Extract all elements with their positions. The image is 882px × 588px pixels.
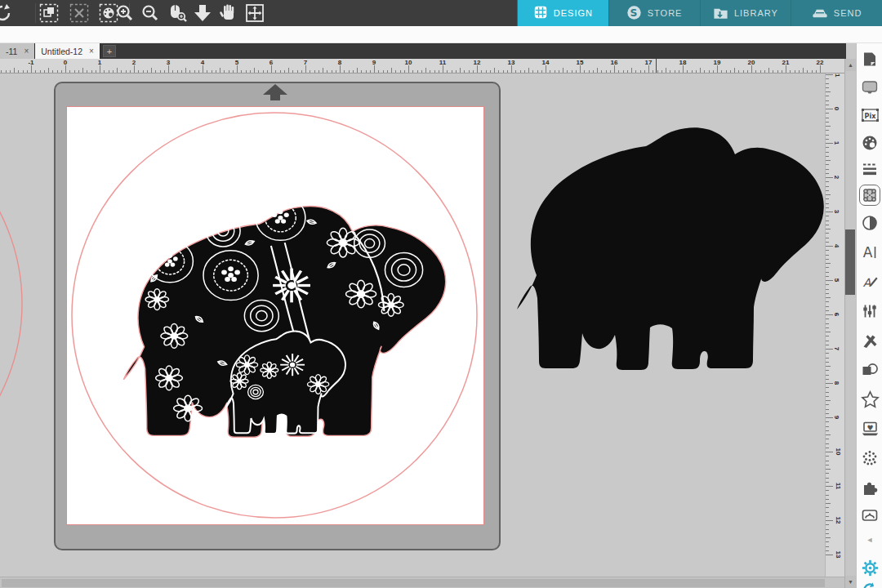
tab-library[interactable]: LIBRARY	[700, 0, 791, 26]
modify-panel-icon[interactable]	[860, 360, 880, 380]
preferences-gear-icon[interactable]	[860, 558, 880, 577]
ruler-tick	[52, 70, 53, 74]
line-style-icon[interactable]	[860, 159, 880, 179]
ruler-tick	[301, 70, 302, 74]
doc-tab-untitled-12[interactable]: Untitled-12 ×	[35, 43, 100, 59]
ruler-tick	[826, 297, 831, 298]
ruler-tick	[57, 70, 58, 74]
mat-tray-icon[interactable]	[860, 78, 880, 97]
ruler-tick	[826, 426, 829, 427]
transform-panel-icon[interactable]	[860, 301, 880, 321]
send-to-device-icon[interactable]: ♥	[860, 419, 880, 439]
ruler-tick	[826, 126, 831, 127]
ruler-tick	[826, 306, 829, 307]
refresh-icon[interactable]	[860, 581, 880, 588]
ruler-number: 7	[833, 347, 840, 350]
deselect-icon[interactable]	[69, 2, 90, 24]
pixscan-icon[interactable]: Pix	[860, 105, 880, 125]
ruler-tick	[826, 452, 833, 452]
fill-pattern-icon[interactable]	[860, 185, 880, 205]
ruler-tick	[498, 70, 499, 74]
ruler-tick	[826, 318, 829, 319]
rhinestone-icon[interactable]	[860, 448, 880, 468]
vertical-scrollbar[interactable]: ▲ ▼	[844, 59, 856, 588]
tab-send[interactable]: SEND	[791, 0, 882, 26]
ruler-tick	[353, 70, 354, 74]
ruler-tick	[181, 70, 182, 74]
library-folder-icon	[713, 5, 728, 22]
collapse-panel-arrow[interactable]: ◄	[860, 533, 880, 546]
ruler-tick	[494, 68, 495, 73]
text-style-icon[interactable]: A	[860, 272, 880, 292]
ruler-tick	[826, 135, 829, 136]
ruler-tick	[332, 70, 332, 74]
puzzle-icon[interactable]	[860, 478, 880, 497]
ruler-tick	[826, 246, 833, 247]
scroll-down-arrow[interactable]: ▼	[845, 576, 856, 588]
offscreen-cut-circle[interactable]	[0, 74, 33, 577]
eraser-knife-icon[interactable]	[860, 331, 880, 350]
ruler-tick	[189, 70, 190, 74]
redo-icon[interactable]	[0, 2, 13, 24]
ruler-tick	[430, 70, 430, 74]
tab-store[interactable]: S STORE	[608, 0, 700, 26]
ruler-tick	[826, 310, 829, 311]
pan-icon[interactable]	[218, 2, 239, 24]
ruler-number: 17	[645, 59, 653, 66]
tab-design[interactable]: DESIGN	[517, 0, 608, 26]
ruler-tick	[288, 68, 289, 73]
horizontal-scrollbar[interactable]	[0, 577, 844, 588]
select-all-icon[interactable]	[38, 2, 60, 24]
ruler-tick	[606, 70, 607, 74]
ruler-tick	[826, 164, 829, 165]
image-effects-icon[interactable]	[860, 213, 880, 233]
ruler-tick	[826, 370, 829, 371]
ruler-tick	[532, 70, 533, 74]
ruler-tick	[212, 70, 212, 74]
ruler-tick	[515, 70, 516, 74]
doc-tab-untitled-11[interactable]: -11 ×	[0, 43, 35, 59]
zoom-in-icon[interactable]	[114, 2, 136, 24]
ruler-tick	[760, 70, 761, 74]
ruler-tick	[826, 181, 829, 182]
floral-elephant-design[interactable]	[117, 196, 447, 441]
drag-zoom-icon[interactable]	[167, 2, 188, 24]
ruler-number: 8	[833, 381, 840, 385]
ruler-tick	[434, 70, 435, 74]
ruler-tick	[559, 70, 559, 74]
ruler-tick	[826, 293, 829, 294]
fit-to-page-icon[interactable]	[192, 2, 213, 24]
close-icon[interactable]: ×	[89, 47, 94, 56]
horizontal-scroll-thumb[interactable]	[2, 579, 825, 587]
character-panel-icon[interactable]: A	[860, 243, 880, 262]
ruler-tick	[826, 173, 829, 174]
ruler-tick	[826, 190, 829, 191]
design-canvas[interactable]	[0, 74, 825, 577]
ruler-tick	[408, 65, 409, 73]
scroll-up-arrow[interactable]: ▲	[845, 59, 856, 71]
vertical-scroll-thumb[interactable]	[845, 229, 855, 295]
ruler-tick	[826, 358, 829, 359]
zoom-out-icon[interactable]	[140, 2, 161, 24]
ruler-tick	[826, 83, 829, 84]
ruler-tick	[241, 70, 242, 74]
ruler-tick	[826, 490, 829, 491]
nesting-icon[interactable]	[860, 506, 880, 525]
resize-drawing-area-icon[interactable]	[244, 2, 265, 24]
ruler-tick	[696, 70, 697, 74]
ruler-tick	[826, 413, 829, 414]
close-icon[interactable]: ×	[24, 47, 29, 56]
ruler-tick	[683, 65, 684, 73]
ruler-tick	[314, 70, 315, 74]
ruler-tick	[263, 70, 264, 74]
new-tab-button[interactable]: +	[103, 45, 116, 57]
page-setup-icon[interactable]	[860, 50, 880, 69]
color-palette-icon[interactable]	[860, 133, 880, 153]
elephant-silhouette[interactable]	[510, 117, 825, 374]
ruler-number: 2	[833, 176, 840, 179]
offset-star-icon[interactable]	[860, 390, 880, 409]
ruler-tick	[826, 207, 829, 208]
ruler-number: 0	[833, 107, 840, 110]
ruler-tick	[795, 70, 795, 74]
ruler-tick	[610, 70, 611, 74]
